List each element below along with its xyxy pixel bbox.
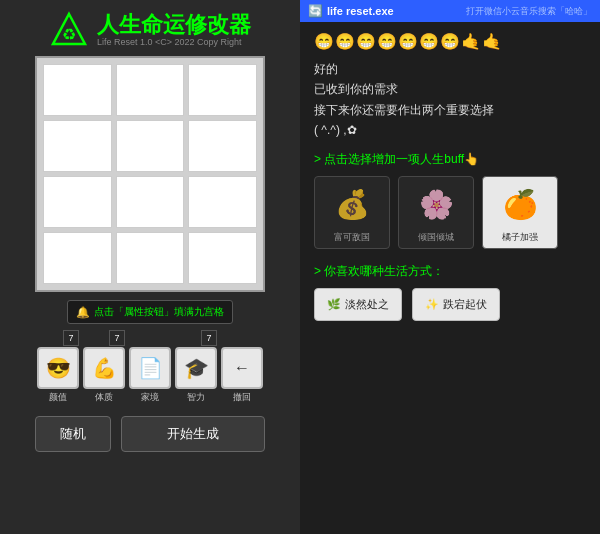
grid-cell-12	[188, 232, 257, 284]
left-header: ♻ 人生命运修改器 Life Reset 1.0 <C> 2022 Copy R…	[10, 10, 290, 50]
random-button[interactable]: 随机	[35, 416, 111, 452]
lifestyle-btn-dramatic[interactable]: ✨ 跌宕起伏	[412, 288, 500, 321]
attr-label-physique: 体质	[95, 391, 113, 404]
left-panel: ♻ 人生命运修改器 Life Reset 1.0 <C> 2022 Copy R…	[0, 0, 300, 534]
titlebar-icon: 🔄	[308, 4, 323, 18]
grid-cell-1	[43, 64, 112, 116]
grid-cell-9	[188, 176, 257, 228]
buff-section-title: > 点击选择增加一项人生buff👆	[314, 151, 586, 168]
attr-btn-intelligence[interactable]: 🎓	[175, 347, 217, 389]
attr-item-intelligence: 7 🎓 智力	[175, 330, 217, 404]
emoji-row: 😁😁😁😁😁😁😁🤙🤙	[314, 32, 586, 51]
attr-item-physique: 7 💪 体质	[83, 330, 125, 404]
buff-cards: 💰 富可敌国 🌸 倾国倾城 🍊 橘子加强	[314, 176, 586, 249]
grid-container	[35, 56, 265, 292]
buff-card-orange-icon: 🍊	[498, 183, 542, 227]
lifestyle-calm-label: 淡然处之	[345, 297, 389, 312]
grid-cell-7	[43, 176, 112, 228]
right-panel: 🔄 life reset.exe 打开微信小云音乐搜索「哈哈」 😁😁😁😁😁😁😁🤙…	[300, 0, 600, 534]
main-title: 人生命运修改器	[97, 13, 251, 37]
attr-btn-family[interactable]: 📄	[129, 347, 171, 389]
chat-line-4: ( ^.^) ,✿	[314, 120, 586, 140]
attr-label-undo: 撤回	[233, 391, 251, 404]
titlebar-hint: 打开微信小云音乐搜索「哈哈」	[466, 5, 592, 18]
buff-card-orange[interactable]: 🍊 橘子加强	[482, 176, 558, 249]
lifestyle-btn-calm[interactable]: 🌿 淡然处之	[314, 288, 402, 321]
grid-cell-3	[188, 64, 257, 116]
chat-line-1: 好的	[314, 59, 586, 79]
lifestyle-calm-icon: 🌿	[327, 298, 341, 311]
chat-line-2: 已收到你的需求	[314, 79, 586, 99]
buff-card-wealth[interactable]: 💰 富可敌国	[314, 176, 390, 249]
grid-cell-5	[116, 120, 185, 172]
grid-cell-11	[116, 232, 185, 284]
lifestyle-dramatic-label: 跌宕起伏	[443, 297, 487, 312]
grid-cell-4	[43, 120, 112, 172]
attr-btn-appearance[interactable]: 😎	[37, 347, 79, 389]
attr-btn-undo[interactable]: ←	[221, 347, 263, 389]
attr-label-appearance: 颜值	[49, 391, 67, 404]
buff-card-beauty-icon: 🌸	[414, 183, 458, 227]
chat-text: 好的 已收到你的需求 接下来你还需要作出两个重要选择 ( ^.^) ,✿	[314, 59, 586, 141]
grid-cell-8	[116, 176, 185, 228]
grid-cell-6	[188, 120, 257, 172]
grid-cell-10	[43, 232, 112, 284]
attr-label-intelligence: 智力	[187, 391, 205, 404]
buff-card-orange-label: 橘子加强	[502, 231, 538, 244]
buff-card-beauty[interactable]: 🌸 倾国倾城	[398, 176, 474, 249]
logo-icon: ♻	[49, 10, 89, 50]
right-content: 😁😁😁😁😁😁😁🤙🤙 好的 已收到你的需求 接下来你还需要作出两个重要选择 ( ^…	[300, 22, 600, 534]
tooltip-box: 点击「属性按钮」填满九宫格	[67, 300, 233, 324]
lifestyle-btns: 🌿 淡然处之 ✨ 跌宕起伏	[314, 288, 586, 321]
right-titlebar: 🔄 life reset.exe 打开微信小云音乐搜索「哈哈」	[300, 0, 600, 22]
buff-card-beauty-label: 倾国倾城	[418, 231, 454, 244]
titlebar-text: life reset.exe	[327, 5, 466, 17]
attr-badge-physique: 7	[109, 330, 125, 346]
buff-card-wealth-icon: 💰	[330, 183, 374, 227]
generate-button[interactable]: 开始生成	[121, 416, 265, 452]
tooltip-text: 点击「属性按钮」填满九宫格	[94, 305, 224, 319]
svg-text:♻: ♻	[62, 26, 76, 43]
attr-badge-intelligence: 7	[201, 330, 217, 346]
lifestyle-dramatic-icon: ✨	[425, 298, 439, 311]
attr-label-family: 家境	[141, 391, 159, 404]
nine-grid	[43, 64, 257, 284]
grid-cell-2	[116, 64, 185, 116]
title-block: 人生命运修改器 Life Reset 1.0 <C> 2022 Copy Rig…	[97, 13, 251, 48]
attr-item-family: 📄 家境	[129, 330, 171, 404]
lifestyle-title: > 你喜欢哪种生活方式：	[314, 263, 586, 280]
buff-card-wealth-label: 富可敌国	[334, 231, 370, 244]
chat-line-3: 接下来你还需要作出两个重要选择	[314, 100, 586, 120]
attr-btn-physique[interactable]: 💪	[83, 347, 125, 389]
sub-title: Life Reset 1.0 <C> 2022 Copy Right	[97, 37, 251, 48]
attr-item-undo: ← 撤回	[221, 330, 263, 404]
attr-bar: 7 😎 颜值 7 💪 体质 📄 家境 7 🎓 智力 ← 撤回	[37, 330, 263, 404]
bottom-bar: 随机 开始生成	[35, 416, 265, 452]
attr-badge-appearance: 7	[63, 330, 79, 346]
attr-item-appearance: 7 😎 颜值	[37, 330, 79, 404]
